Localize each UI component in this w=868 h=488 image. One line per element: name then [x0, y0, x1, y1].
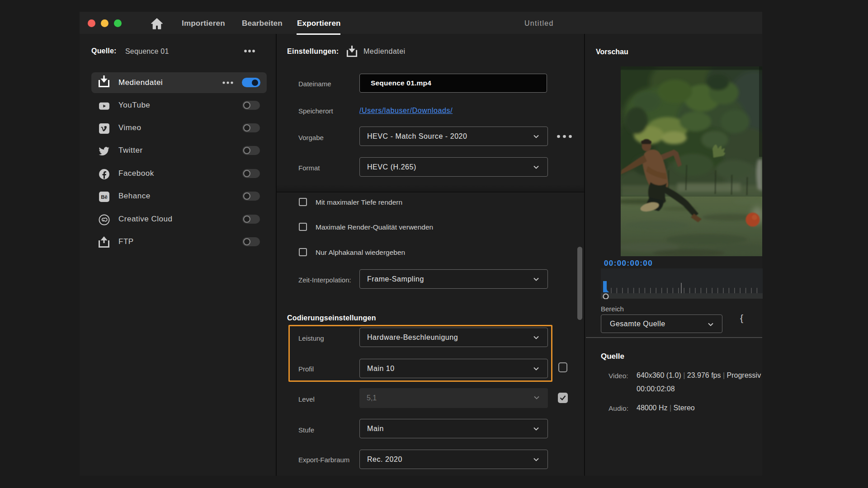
svg-text:Bē: Bē — [101, 194, 108, 200]
